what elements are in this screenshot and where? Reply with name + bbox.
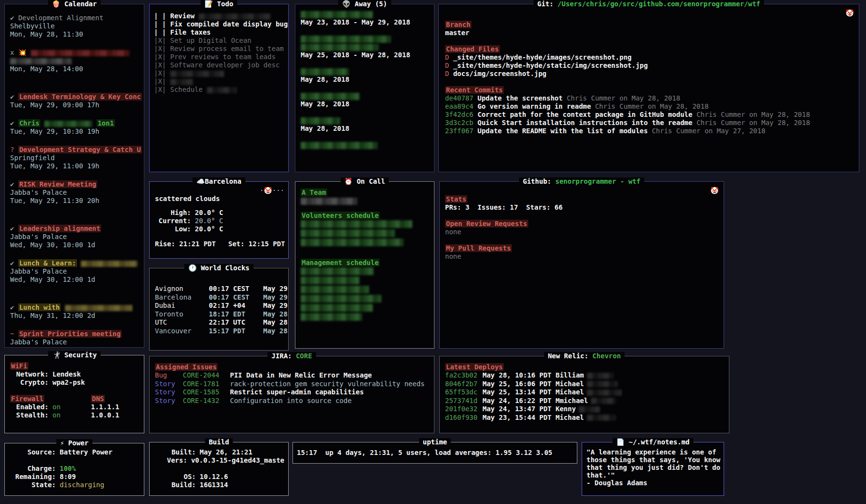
deploy-row: 201f0e32May 24, 13:47 PDT Kenny	[445, 405, 725, 414]
alarm-clock-icon: ⏰	[344, 177, 353, 185]
document-icon: 📄	[616, 438, 624, 446]
clock-row: Avignon00:17 CESTMay 29	[155, 285, 284, 293]
security-panel[interactable]: 🤺 Security WiFi Network:Lendesk Crypto:w…	[4, 355, 144, 433]
wifi-label: WiFi	[10, 362, 28, 370]
away-panel-title: 👽 Away (5)	[295, 0, 434, 8]
jira-issue-row[interactable]: StoryCORE-1585Restrict super-admin capab…	[155, 388, 430, 397]
calendar-panel-title: 🍿 Calendar	[5, 0, 144, 8]
my-pull-requests-value: none	[445, 252, 720, 261]
redacted-text	[10, 58, 72, 64]
jira-issue-row[interactable]: BugCORE-2044PII Data in New Relic Error …	[155, 371, 430, 380]
world-clocks-panel[interactable]: 🕐 World Clocks Avignon00:17 CESTMay 29 B…	[149, 268, 289, 351]
deploy-row: 8046f2b7May 25, 16:06 PDT Michael	[445, 380, 725, 389]
away-entry: May 23, 2018 - May 29, 2018	[301, 10, 430, 26]
away-entry: May 28, 2018	[301, 67, 430, 84]
todo-item[interactable]: |X|	[154, 69, 284, 77]
build-version-value: v0.0.3-15-g41ed43_maste	[191, 456, 284, 465]
weather-panel-title: ☁️Barcelona	[150, 177, 288, 186]
redacted-text	[170, 71, 224, 77]
firewall-enabled-value: on	[52, 403, 61, 411]
weather-barcelona-panel[interactable]: ☁️Barcelona ·🤡··· scattered clouds High:…	[149, 181, 289, 259]
redacted-schedule	[301, 286, 369, 293]
power-charge-value: 100%	[60, 465, 76, 473]
redacted-schedule	[301, 267, 374, 275]
redacted-text	[587, 373, 614, 379]
todo-panel[interactable]: 📝 Todo | | Review | | Fix compiled date …	[149, 4, 289, 172]
clock-row: Vancouver15:17 PDTMay 28	[155, 327, 284, 336]
todo-item[interactable]: |X|	[154, 77, 284, 86]
build-panel-title: Build	[150, 438, 288, 446]
lightning-icon: ⚡	[60, 439, 64, 447]
changed-file-row: D _site/themes/hyde-hyde/images/screensh…	[445, 53, 855, 62]
power-remaining-value: 8:09	[60, 473, 76, 481]
uptime-panel-title: uptime	[293, 438, 577, 446]
away-entry: May 25, 2018 - May 28, 2018	[301, 35, 430, 59]
build-os-value: 10.12.6	[200, 473, 228, 481]
redacted-text	[31, 50, 129, 56]
redacted-schedule	[301, 295, 382, 302]
todo-item[interactable]: |X| Software developer job desc	[154, 61, 284, 69]
changed-file-row: D docs/img/screenshot.jpg	[445, 70, 855, 78]
changed-files-label: Changed Files	[445, 45, 500, 53]
notes-panel[interactable]: 📄 ~/.wtf/notes.md "A learning experience…	[582, 442, 724, 496]
build-panel[interactable]: Build Built:May 26, 21:21 Vers:v0.0.3-15…	[149, 442, 289, 496]
power-panel[interactable]: ⚡ Power Source:Battery Power Charge:100%…	[4, 443, 144, 496]
loading-spinner: 🤡	[846, 9, 854, 17]
notes-attribution: - Douglas Adams	[586, 479, 721, 487]
todo-item[interactable]: |X| Review process email to team	[154, 45, 284, 53]
away-entry: May 28, 2018	[301, 92, 430, 108]
notes-quote: "A learning experience is one of those t…	[586, 448, 721, 479]
todo-item[interactable]: | | File taxes	[154, 28, 284, 37]
branch-name: master	[445, 29, 855, 37]
popcorn-icon: 🍿	[52, 0, 60, 8]
todo-item[interactable]: |X| Set up Digital Ocean	[154, 37, 284, 45]
new-relic-panel-title: New Relic: Chevron	[440, 352, 729, 360]
clock-row: UTC22:17 UTCMay 28	[155, 318, 284, 327]
changed-file-row: D _site/themes/hyde-hyde/static/img/scre…	[445, 62, 855, 70]
build-built-value: May 26, 21:21	[200, 448, 253, 456]
weather-current-value: 20.0° C	[195, 217, 223, 225]
uptime-text: 15:17 up 4 days, 21:31, 5 users, load av…	[297, 449, 573, 457]
firewall-column: Firewall Enabled:on Stealth:on	[10, 395, 91, 419]
redacted-name	[301, 44, 379, 51]
redacted-text	[44, 121, 92, 127]
github-panel[interactable]: Github: senorprogrammer - wtf 🤡 Stats PR…	[439, 181, 724, 349]
calendar-event: x 💥 Mon, May 28, 14:00	[10, 49, 140, 73]
todo-item[interactable]: | | Review	[154, 12, 284, 20]
commit-row: 3d3c2cb Quick Start installation instruc…	[445, 119, 855, 127]
on-call-panel[interactable]: ⏰ On Call A Team Volunteers schedule Man…	[295, 181, 434, 349]
away-entry: May 28, 2018	[301, 116, 430, 133]
on-call-panel-title: ⏰ On Call	[295, 177, 434, 186]
redacted-schedule	[301, 277, 359, 284]
redacted-text	[587, 381, 618, 387]
todo-item[interactable]: |X| Prev reviews to team leads	[154, 53, 284, 61]
calendar-panel[interactable]: 🍿 Calendar ✔ Development Alignment Shelb…	[4, 4, 144, 348]
jira-issue-row[interactable]: StoryCORE-1432Configuration into source …	[155, 397, 430, 405]
github-stats: PRs: 3 Issues: 17 Stars: 66	[445, 203, 720, 212]
commit-row: 3f42dc6 Correct path for the context pac…	[445, 111, 855, 119]
uptime-panel[interactable]: uptime 15:17 up 4 days, 21:31, 5 users, …	[293, 442, 577, 464]
redacted-text	[199, 13, 271, 20]
jira-panel[interactable]: JIRA: CORE Assigned Issues BugCORE-2044P…	[149, 356, 434, 433]
recent-commits-label: Recent Commits	[445, 86, 504, 94]
todo-item[interactable]: |X| Schedule	[154, 86, 284, 94]
dns-secondary: 1.0.0.1	[91, 411, 119, 419]
my-pull-requests-label: My Pull Requests	[445, 244, 512, 252]
redacted-name	[301, 198, 357, 205]
calendar-event: ✔ Lunch & Learn: Jabba's Palace Wed, May…	[10, 259, 140, 284]
open-review-requests-label: Open Review Requests	[445, 220, 528, 227]
power-state-value: discharging	[60, 481, 104, 489]
weather-high-value: 20.0° C	[195, 209, 223, 217]
latest-deploys-label: Latest Deploys	[445, 363, 504, 371]
commit-row: de40787 Update the screenshot Chris Cumm…	[445, 94, 855, 102]
away-panel[interactable]: 👽 Away (5) May 23, 2018 - May 29, 2018 M…	[295, 4, 434, 172]
new-relic-panel[interactable]: New Relic: Chevron Latest Deploys fa2c3b…	[439, 356, 729, 433]
todo-item[interactable]: | | Fix compiled date display bug	[154, 20, 284, 28]
redacted-schedule	[301, 220, 412, 228]
dns-label: DNS	[91, 395, 105, 403]
jira-issue-row[interactable]: StoryCORE-1781rack-protection gem securi…	[155, 380, 430, 389]
calendar-event: ~ Sprint Priorities meeting Jabba's Pala…	[10, 330, 140, 346]
firewall-label: Firewall	[10, 395, 44, 403]
git-panel[interactable]: Git: /Users/chris/go/src/github.com/seno…	[438, 4, 859, 172]
redacted-text	[579, 406, 600, 413]
